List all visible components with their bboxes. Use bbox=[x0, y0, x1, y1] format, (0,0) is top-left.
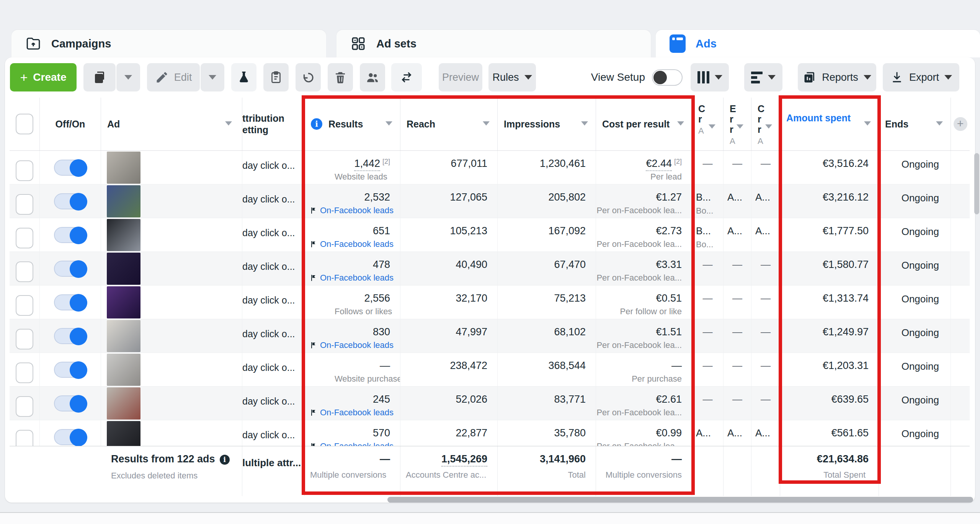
ad-status-toggle[interactable] bbox=[54, 261, 87, 277]
results-sub[interactable]: On-Facebook leads bbox=[305, 408, 400, 418]
header-cost-per-result[interactable]: Cost per result bbox=[596, 98, 692, 150]
header-attribution-setting[interactable]: ttributionetting bbox=[242, 98, 305, 150]
duplicate-caret-button[interactable] bbox=[116, 63, 140, 91]
row-checkbox[interactable] bbox=[16, 396, 33, 417]
impressions-value: 83,771 bbox=[498, 393, 596, 405]
header-ad[interactable]: Ad bbox=[101, 98, 242, 150]
audience-button[interactable] bbox=[360, 63, 385, 91]
preview-button[interactable]: Preview bbox=[439, 63, 482, 91]
ad-status-toggle[interactable] bbox=[54, 395, 87, 411]
results-sub[interactable]: On-Facebook leads bbox=[305, 441, 400, 446]
sort-arrow-icon[interactable] bbox=[225, 121, 232, 126]
sort-arrow-icon[interactable] bbox=[936, 121, 943, 126]
compare-button[interactable] bbox=[391, 63, 422, 91]
results-sub[interactable]: On-Facebook leads bbox=[305, 206, 400, 215]
ad-cell[interactable] bbox=[101, 151, 242, 184]
ad-thumbnail[interactable] bbox=[107, 354, 140, 386]
header-amount-spent[interactable]: Amount spent bbox=[780, 98, 879, 150]
results-sub[interactable]: Website purchase bbox=[305, 374, 400, 384]
export-button[interactable]: Export bbox=[883, 63, 959, 91]
ad-thumbnail[interactable] bbox=[107, 152, 140, 184]
cost-value-line: €2.44[2] bbox=[596, 158, 692, 170]
results-sub[interactable]: Follows or likes bbox=[305, 307, 400, 317]
undo-button[interactable] bbox=[296, 63, 321, 91]
ad-thumbnail[interactable] bbox=[107, 320, 140, 352]
header-attribution-label: ttributionetting bbox=[242, 113, 284, 135]
ad-cell[interactable] bbox=[101, 319, 242, 353]
row-checkbox[interactable] bbox=[16, 228, 33, 248]
results-sub[interactable]: On-Facebook leads bbox=[305, 340, 400, 350]
select-all-checkbox[interactable] bbox=[16, 114, 33, 134]
ad-thumbnail[interactable] bbox=[107, 253, 140, 285]
ad-cell[interactable] bbox=[101, 218, 242, 251]
view-setup-toggle[interactable] bbox=[652, 69, 683, 86]
ad-thumbnail[interactable] bbox=[107, 185, 140, 217]
horizontal-scrollbar-thumb[interactable] bbox=[387, 497, 973, 503]
ad-cell[interactable] bbox=[101, 184, 242, 218]
sort-arrow-icon[interactable] bbox=[483, 121, 490, 126]
ad-cell[interactable] bbox=[101, 387, 242, 420]
ad-status-toggle[interactable] bbox=[54, 429, 87, 445]
row-checkbox[interactable] bbox=[16, 430, 33, 446]
header-ends[interactable]: Ends bbox=[879, 98, 951, 150]
sort-arrow-icon[interactable] bbox=[709, 124, 715, 129]
ad-status-toggle[interactable] bbox=[54, 193, 87, 209]
results-sub[interactable]: Website leads bbox=[305, 172, 400, 182]
info-icon[interactable]: i bbox=[311, 118, 322, 130]
edit-caret-button[interactable] bbox=[201, 63, 224, 91]
header-truncated-col-3[interactable]: C r r A bbox=[751, 98, 780, 150]
header-results[interactable]: i Results bbox=[305, 98, 400, 150]
ad-cell[interactable] bbox=[101, 252, 242, 285]
header-reach[interactable]: Reach bbox=[400, 98, 498, 150]
ad-thumbnail[interactable] bbox=[107, 219, 140, 251]
results-sub[interactable]: On-Facebook leads bbox=[305, 273, 400, 283]
results-sub[interactable]: On-Facebook leads bbox=[305, 239, 400, 249]
header-truncated-col-2[interactable]: E r r A bbox=[724, 98, 751, 150]
row-checkbox[interactable] bbox=[16, 261, 33, 282]
breakdown-button[interactable] bbox=[744, 63, 782, 91]
create-button[interactable]: + Create bbox=[10, 63, 77, 91]
row-checkbox[interactable] bbox=[16, 295, 33, 316]
sort-arrow-icon[interactable] bbox=[385, 121, 392, 126]
edit-button[interactable]: Edit bbox=[147, 63, 200, 91]
row-checkbox[interactable] bbox=[16, 362, 33, 383]
ad-thumbnail[interactable] bbox=[107, 421, 140, 446]
ad-cell[interactable] bbox=[101, 420, 242, 446]
header-add-column[interactable]: + bbox=[951, 98, 970, 150]
amount-spent-value: €3,216.12 bbox=[780, 191, 879, 203]
ab-test-button[interactable] bbox=[231, 63, 256, 91]
header-impressions[interactable]: Impressions bbox=[498, 98, 596, 150]
sort-arrow-icon[interactable] bbox=[677, 121, 684, 126]
ad-cell[interactable] bbox=[101, 353, 242, 386]
sort-arrow-icon[interactable] bbox=[737, 124, 743, 129]
tab-ad-sets[interactable]: Ad sets bbox=[336, 30, 651, 57]
info-icon[interactable]: i bbox=[220, 455, 230, 465]
tab-ads[interactable]: Ads bbox=[656, 30, 980, 57]
columns-button[interactable] bbox=[691, 63, 729, 91]
delete-button[interactable] bbox=[328, 63, 353, 91]
row-checkbox[interactable] bbox=[16, 329, 33, 349]
ad-thumbnail[interactable] bbox=[107, 387, 140, 420]
header-truncated-col-1[interactable]: C r A bbox=[692, 98, 724, 150]
duplicate-button[interactable] bbox=[83, 63, 116, 91]
vertical-scrollbar-thumb[interactable] bbox=[974, 153, 979, 214]
row-checkbox[interactable] bbox=[16, 194, 33, 215]
sort-arrow-icon[interactable] bbox=[581, 121, 588, 126]
ad-status-toggle[interactable] bbox=[54, 362, 87, 378]
ad-status-toggle[interactable] bbox=[54, 227, 87, 243]
add-column-plus-icon[interactable]: + bbox=[954, 117, 967, 131]
impressions-value: 368,544 bbox=[498, 360, 596, 372]
ad-thumbnail[interactable] bbox=[107, 286, 140, 318]
footer-reach-value: 1,545,269 bbox=[400, 453, 497, 465]
paste-button[interactable] bbox=[263, 63, 289, 91]
tab-campaigns[interactable]: Campaigns bbox=[11, 30, 326, 57]
sort-arrow-icon[interactable] bbox=[765, 124, 772, 129]
ad-cell[interactable] bbox=[101, 286, 242, 319]
reports-button[interactable]: Reports bbox=[798, 63, 876, 91]
ad-status-toggle[interactable] bbox=[54, 294, 87, 310]
rules-button[interactable]: Rules bbox=[488, 63, 536, 91]
sort-arrow-icon[interactable] bbox=[864, 121, 871, 126]
ad-status-toggle[interactable] bbox=[54, 328, 87, 344]
row-checkbox[interactable] bbox=[16, 160, 33, 181]
ad-status-toggle[interactable] bbox=[54, 160, 87, 176]
